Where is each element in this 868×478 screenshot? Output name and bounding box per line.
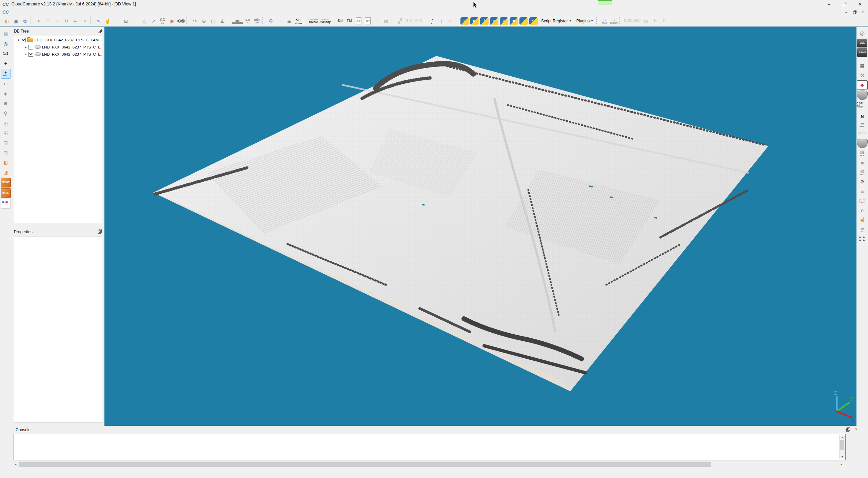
console-horizontal-scrollbar[interactable]: ◂ ▸ bbox=[0, 461, 868, 467]
broom-icon[interactable]: ⚒ bbox=[857, 71, 867, 80]
canupo-create-icon[interactable]: CANUPO Create bbox=[308, 16, 319, 26]
translate-rotate-icon[interactable]: + bbox=[53, 16, 61, 26]
console-vertical-scrollbar[interactable]: ▴ ▾ bbox=[839, 435, 845, 459]
view-top-icon[interactable]: ◰ bbox=[1, 119, 11, 128]
arch-icon[interactable]: ∩ bbox=[857, 206, 867, 215]
toolbar-separator[interactable] bbox=[262, 17, 265, 25]
compute-octree-icon[interactable]: ⊞ bbox=[122, 16, 130, 26]
ramp-icon[interactable]: ▧ bbox=[642, 16, 650, 26]
spline-fit-icon[interactable]: ≀ bbox=[437, 16, 446, 26]
python-settings-icon[interactable]: ⚙ bbox=[529, 17, 538, 25]
scroll-right-icon[interactable]: ▸ bbox=[839, 462, 844, 467]
level-tool-icon[interactable]: ∡ bbox=[218, 16, 226, 26]
menu-plugins[interactable] bbox=[39, 11, 45, 13]
rsd-icon[interactable]: ◍ RSD bbox=[857, 168, 867, 177]
zoom-1to1-icon[interactable]: 1:1 bbox=[1, 49, 11, 58]
view-right-icon[interactable]: ◨ bbox=[1, 168, 11, 177]
noise-filter-icon[interactable]: ∷ bbox=[131, 16, 139, 26]
toolbar-separator[interactable] bbox=[858, 58, 866, 60]
pcv-icon[interactable]: ▨ PCV bbox=[857, 149, 867, 158]
zoom-magnifier-icon[interactable]: ⚲ bbox=[1, 109, 11, 118]
treeiso-icon[interactable]: ♣ ♣ ♣ ♣ bbox=[857, 234, 867, 243]
mdi-restore-button[interactable] bbox=[850, 9, 859, 15]
menu-3d-views[interactable] bbox=[45, 11, 52, 13]
back-iso-view-icon[interactable]: BACK bbox=[1, 188, 11, 198]
fm-icon[interactable]: FM bbox=[345, 16, 354, 26]
float-panel-icon[interactable] bbox=[98, 230, 102, 234]
ellipser-icon[interactable]: ◯ bbox=[857, 196, 867, 205]
toolbar-separator[interactable] bbox=[304, 17, 307, 25]
menu-display[interactable] bbox=[32, 11, 39, 13]
view-bottom-icon[interactable]: ◱ bbox=[1, 128, 11, 138]
view-back-icon[interactable]: ◳ bbox=[1, 148, 11, 157]
masc-classify-icon[interactable]: ∷ CLASSIFY bbox=[610, 16, 618, 26]
apply-transformation-icon[interactable]: ≡ bbox=[44, 16, 52, 26]
set-pivot-icon[interactable]: + bbox=[1, 59, 11, 68]
masc-train-icon[interactable]: ∷ TRAIN bbox=[600, 16, 609, 26]
gaussian-fit-icon[interactable]: μ,σ ∿ bbox=[243, 16, 252, 26]
python-package-icon[interactable]: ▣ bbox=[510, 17, 518, 25]
visibility-checkbox[interactable] bbox=[28, 45, 33, 49]
toolbar-separator[interactable] bbox=[424, 17, 427, 25]
restore-button[interactable] bbox=[837, 0, 852, 8]
toolbar-separator[interactable] bbox=[228, 17, 231, 25]
translate-tool-icon[interactable]: ⊕ bbox=[200, 16, 208, 26]
view-front-icon[interactable]: ◲ bbox=[1, 138, 11, 147]
toolbar-separator[interactable] bbox=[332, 17, 335, 25]
surface-revolution-icon[interactable]: ⌭ bbox=[446, 16, 455, 26]
cross-section-icon[interactable]: ✂ bbox=[191, 16, 199, 26]
pan-mode-icon[interactable]: ⊕ bbox=[1, 99, 11, 108]
rgb-scale-icon[interactable]: RGB bbox=[624, 16, 632, 26]
pick-rotation-center-icon[interactable]: ⌖ bbox=[35, 16, 43, 26]
toolbar-separator[interactable] bbox=[456, 17, 459, 25]
perspective-icon[interactable]: ◈ bbox=[1, 89, 11, 98]
edl-shader-icon[interactable]: EDL bbox=[857, 39, 867, 47]
compute-normals-icon[interactable]: ↗ bbox=[149, 16, 158, 26]
calculator-icon[interactable]: ≣ bbox=[285, 16, 293, 26]
mdi-minimize-button[interactable]: – bbox=[842, 9, 850, 15]
float-panel-icon[interactable] bbox=[846, 427, 850, 432]
facets-shield-icon[interactable] bbox=[857, 139, 868, 148]
front-iso-view-icon[interactable]: FRONT bbox=[1, 178, 11, 187]
histogram-icon[interactable]: ▂▅▃ bbox=[232, 16, 243, 26]
clipping-box-icon[interactable]: ▢ bbox=[209, 16, 217, 26]
expand-arrow-icon[interactable]: ▾ bbox=[24, 53, 28, 56]
delete-icon[interactable]: × bbox=[80, 16, 89, 26]
float-panel-icon[interactable] bbox=[98, 29, 102, 33]
save-all-icon[interactable]: ⧉ bbox=[21, 16, 29, 26]
min-max-icon[interactable]: min max bbox=[253, 16, 261, 26]
shp-file-icon[interactable]: SHP bbox=[354, 16, 363, 26]
minimize-button[interactable]: – bbox=[821, 0, 837, 8]
mdi-close-button[interactable]: × bbox=[859, 9, 867, 15]
visibility-checkbox[interactable] bbox=[28, 52, 33, 57]
auto-pivot-icon[interactable]: + auto bbox=[1, 69, 11, 79]
menu-file[interactable] bbox=[12, 11, 18, 13]
tree-item-cloud-2[interactable]: ▾ LHD_FXX_0642_6237_PTS_C_L... bbox=[14, 51, 102, 58]
glove-icon[interactable]: ◉ bbox=[167, 16, 176, 26]
csv-file-icon[interactable]: CSV bbox=[363, 16, 372, 26]
animation-icon[interactable]: ▦ bbox=[857, 61, 867, 70]
no-filter-icon[interactable]: ⊘ bbox=[857, 29, 867, 38]
hpr-icon[interactable]: ☁ HPR bbox=[857, 120, 867, 128]
stereo-mode-icon[interactable] bbox=[1, 199, 11, 208]
hough-normals-icon[interactable]: → N bbox=[857, 110, 867, 119]
scroll-down-icon[interactable]: ▾ bbox=[840, 454, 845, 459]
gears-icon[interactable]: ⚙ bbox=[857, 177, 867, 186]
3d-view[interactable]: Z Y X bbox=[104, 27, 856, 426]
canupo-classify-icon[interactable]: CANUPO Classify bbox=[319, 16, 331, 26]
hsv-scale-icon[interactable]: HSV bbox=[633, 16, 641, 26]
point-list-picking-icon[interactable]: ☝ bbox=[103, 16, 112, 26]
menu-help[interactable] bbox=[52, 11, 59, 13]
view-left-icon[interactable]: ◧ bbox=[1, 158, 11, 167]
n-plus-c-icon[interactable]: N+C bbox=[405, 16, 413, 26]
k-tool-icon[interactable]: K bbox=[660, 16, 669, 26]
filter-delete-icon[interactable]: ♻ bbox=[267, 16, 275, 26]
python-info-icon[interactable]: i bbox=[480, 17, 489, 25]
toolbar-separator[interactable] bbox=[596, 17, 599, 25]
tree-item-group[interactable]: ▾ LHD_FXX_0642_6237_PTS_C_LAM... bbox=[14, 36, 102, 43]
toolbar-separator[interactable] bbox=[392, 17, 394, 25]
clone-icon[interactable]: CC CC bbox=[158, 16, 167, 26]
script-register-dropdown[interactable]: Script Register ▾ bbox=[539, 17, 573, 25]
puzzle-icon[interactable]: ▞ bbox=[396, 16, 404, 26]
python-rocket-icon[interactable]: ↗ bbox=[519, 17, 528, 25]
